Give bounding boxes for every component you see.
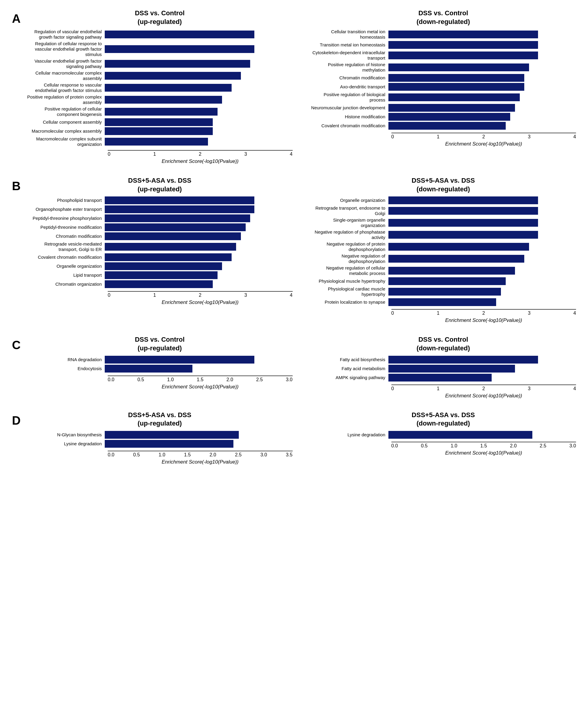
bar-row: Regulation of cellular response to vascu… (27, 41, 293, 57)
tick-label: 2.0 (227, 377, 233, 382)
axis-line (392, 309, 576, 309)
bar-row: Single-organism organelle organization (311, 217, 576, 228)
bar-container (388, 431, 576, 439)
bar-label: Negative regulation of cellular metaboli… (311, 265, 388, 276)
bar-row: Macromolecular complex subunit organizat… (27, 136, 293, 147)
bar (388, 113, 510, 121)
axis-line (108, 150, 293, 151)
tick-label: 0.5 (421, 443, 427, 448)
bar-container (388, 196, 576, 204)
tick-label: 1.5 (184, 452, 191, 458)
bar-container (105, 280, 293, 288)
tick-label: 1 (153, 152, 156, 157)
bar (105, 72, 241, 80)
tick-label: 3 (528, 134, 530, 140)
tick-label: 2.5 (256, 377, 263, 382)
bar (388, 365, 515, 373)
bar-label: Negative regulation of dephosphorylation (311, 253, 388, 264)
axis-line (108, 376, 293, 376)
tick-label: 2 (482, 311, 485, 316)
tick-label: 1 (437, 386, 440, 392)
chart-panel: DSS+5-ASA vs. DSS(up-regulated)Phospholi… (27, 176, 293, 323)
bar (105, 440, 233, 448)
bar-row: Organelle organization (311, 196, 576, 204)
axis-line (108, 291, 293, 292)
bar-container (105, 356, 293, 363)
bar (388, 243, 529, 251)
bar-container (388, 74, 576, 82)
bar-container (105, 262, 293, 270)
bar (105, 356, 254, 363)
bar-label: Endocytosis (27, 366, 105, 371)
axis-ticks: 01234 (108, 152, 293, 157)
bar-row: AMPK signaling pathway (311, 374, 576, 381)
axis-label: Enrichment Score(-log10(Pvalue)) (108, 459, 293, 465)
section-D: DDSS+5-ASA vs. DSS(up-regulated)N-Glycan… (12, 411, 576, 465)
section-C: CDSS vs. Control(up-regulated)RNA degrad… (12, 335, 576, 399)
bar-container (105, 31, 293, 38)
chart-area: Regulation of vascular endothelial growt… (27, 29, 293, 148)
bar (105, 205, 254, 213)
bar-container (388, 231, 576, 239)
tick-label: 4 (573, 134, 576, 140)
bar-container (388, 41, 576, 49)
axis-ticks: 0.00.51.01.52.02.53.0 (392, 443, 576, 448)
bar-label: Neuromuscular junction development (311, 105, 388, 111)
bar-label: Organophosphate ester transport (27, 207, 105, 212)
bar-row: Peptidyl-threonine modification (27, 223, 293, 231)
axis-line (108, 451, 293, 451)
bar-label: Regulation of cellular response to vascu… (27, 41, 105, 57)
bar (105, 243, 236, 251)
section-A: ADSS vs. Control(up-regulated)Regulation… (12, 9, 576, 164)
bar-row: Macromolecular complex assembly (27, 127, 293, 135)
tick-label: 0 (108, 152, 110, 157)
bar-row: Neuromuscular junction development (311, 104, 576, 112)
bar (105, 127, 213, 135)
bar-label: Lysine degradation (311, 432, 388, 438)
tick-label: 2 (199, 293, 202, 298)
bar (105, 108, 217, 116)
bar-container (105, 72, 293, 80)
bar-container (105, 96, 293, 104)
bar-container (105, 84, 293, 92)
tick-label: 0.5 (138, 377, 144, 382)
bar-row: Negative regulation of dephosphorylation (311, 253, 576, 264)
bar (388, 74, 525, 82)
bar-row: Positive regulation of cellular componen… (27, 106, 293, 117)
bar (388, 231, 538, 239)
bar-label: Cellular macromolecular complex assembly (27, 71, 105, 81)
bar (388, 255, 525, 263)
bar-container (105, 233, 293, 240)
bar-label: Organelle organization (311, 198, 388, 203)
bar-label: Protein localization to synapse (311, 299, 388, 305)
tick-label: 3.0 (569, 443, 576, 448)
axis-label: Enrichment Score(-log10(Pvalue)) (392, 393, 576, 399)
bar-row: Cellular macromolecular complex assembly (27, 71, 293, 81)
axis-line (392, 384, 576, 385)
bar-container (388, 63, 576, 71)
bar (105, 96, 222, 104)
tick-label: 4 (573, 311, 576, 316)
bar-container (105, 431, 293, 439)
tick-label: 3 (244, 152, 247, 157)
bar-container (105, 205, 293, 213)
bar-label: Fatty acid metabolism (311, 366, 388, 371)
bar-container (388, 113, 576, 121)
tick-label: 0.0 (108, 377, 114, 382)
tick-label: 3.0 (286, 377, 292, 382)
bar (388, 288, 501, 296)
tick-label: 0.0 (392, 443, 398, 448)
bar-container (388, 288, 576, 296)
bar-container (388, 104, 576, 112)
bar-label: AMPK signaling pathway (311, 375, 388, 380)
bar-container (105, 215, 293, 222)
bar (388, 431, 532, 439)
tick-label: 2.0 (209, 452, 216, 458)
bar-label: Positive regulation of protein complex a… (27, 94, 105, 105)
bar-label: Positive regulation of biological proces… (311, 92, 388, 103)
bar (388, 63, 529, 71)
chart-panel: DSS+5-ASA vs. DSS(down-regulated)Organel… (311, 176, 576, 323)
bar-row: Cellular component assembly (27, 118, 293, 126)
bar (388, 31, 538, 38)
tick-label: 3.5 (286, 452, 292, 458)
